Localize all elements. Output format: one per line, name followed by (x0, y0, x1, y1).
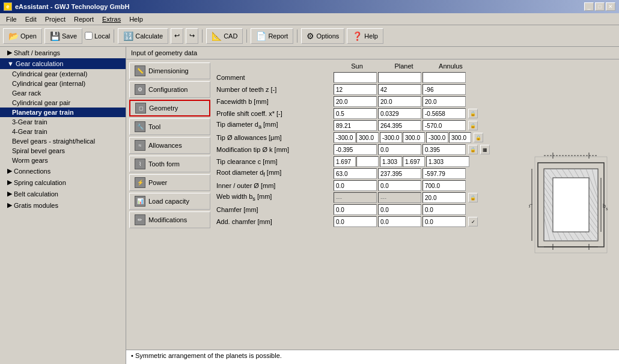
geometry-button[interactable]: ◻ Geometry (129, 100, 210, 117)
nav-bevel-gears[interactable]: Bevel gears - straight/helical (0, 136, 126, 146)
minimize-button[interactable]: _ (584, 2, 594, 11)
row-add-chamfer: Add. chamfer [mm] ✓ (216, 216, 520, 227)
input-ach-annulus[interactable] (422, 216, 466, 227)
mod-tip-icon2[interactable]: ▦ (480, 145, 490, 154)
web-width-icon[interactable]: 🔒 (468, 193, 478, 202)
input-fw-planet[interactable] (378, 96, 421, 107)
input-rd-annulus[interactable] (422, 168, 466, 179)
nav-header-shaft[interactable]: ▶ Shaft / bearings (0, 47, 126, 58)
profile-shift-info-icon[interactable]: 🔒 (468, 109, 478, 118)
tip-diameter-lock-icon[interactable]: 🔒 (468, 121, 478, 130)
input-ch-sun[interactable] (334, 204, 377, 215)
input-mtk-annulus[interactable] (422, 144, 466, 155)
input-rd-planet[interactable] (378, 168, 421, 179)
nav-cylindrical-external[interactable]: Cylindrical gear (external) (0, 69, 126, 79)
input-tc-planet-b[interactable] (403, 156, 425, 167)
menu-report[interactable]: Report (70, 14, 97, 24)
dimensioning-button[interactable]: 📏 Dimensioning (129, 62, 210, 79)
cad-button[interactable]: 📐 CAD (206, 28, 243, 44)
input-teeth-sun[interactable] (334, 84, 377, 95)
modifications-button[interactable]: ✏ Modifications (129, 211, 210, 228)
open-button[interactable]: 📂 Open (3, 28, 42, 44)
nav-spiral-bevel[interactable]: Spiral bevel gears (0, 146, 126, 156)
nav-cylindrical-pair[interactable]: Cylindrical gear pair (0, 98, 126, 108)
menu-extras[interactable]: Extras (99, 14, 124, 24)
input-comment-annulus[interactable] (422, 72, 466, 83)
local-checkbox[interactable] (85, 32, 93, 40)
input-mtk-sun[interactable] (334, 144, 377, 155)
save-button[interactable]: 💾 Save (44, 28, 82, 44)
mod-tip-icon1[interactable]: 🔒 (468, 145, 478, 154)
redo-button[interactable]: ↪ (186, 28, 198, 44)
nav-cylindrical-internal[interactable]: Cylindrical gear (internal) (0, 79, 126, 88)
input-tc-sun-b[interactable] (356, 156, 379, 167)
input-tc-planet-a[interactable] (380, 156, 402, 167)
tip-allowances-icon[interactable]: 🔒 (474, 133, 483, 142)
nav-header-belt[interactable]: ▶ Belt calculation (0, 188, 126, 199)
nav-3gear-train[interactable]: 3-Gear train (0, 117, 126, 127)
input-teeth-annulus[interactable] (422, 84, 466, 95)
input-teeth-planet[interactable] (378, 84, 421, 95)
data-area: Sun Planet Annulus Comment (213, 59, 523, 350)
input-ta-planet-b[interactable] (403, 132, 425, 143)
nav-header-gratis[interactable]: ▶ Gratis modules (0, 199, 126, 211)
input-ch-planet[interactable] (378, 204, 421, 215)
nav-header-spring[interactable]: ▶ Spring calculation (0, 177, 126, 188)
menu-edit[interactable]: Edit (22, 14, 40, 24)
nav-worm-gears[interactable]: Worm gears (0, 156, 126, 165)
panel-header: Input of geometry data (126, 47, 619, 59)
sep2 (202, 29, 203, 43)
input-fw-annulus[interactable] (422, 96, 466, 107)
input-ta-planet-a[interactable] (380, 132, 402, 143)
close-button[interactable]: ✕ (606, 2, 615, 11)
input-td-sun[interactable] (334, 120, 377, 131)
maximize-button[interactable]: □ (595, 2, 605, 11)
input-td-annulus[interactable] (422, 120, 466, 131)
input-io-planet[interactable] (378, 180, 421, 191)
input-comment-sun[interactable] (334, 72, 377, 83)
add-chamfer-icon[interactable]: ✓ (468, 217, 478, 226)
input-ww-annulus[interactable] (422, 192, 466, 203)
input-td-planet[interactable] (378, 120, 421, 131)
nav-gear-rack[interactable]: Gear rack (0, 88, 126, 98)
input-io-annulus[interactable] (422, 180, 466, 191)
load-capacity-button[interactable]: 📊 Load capacity (129, 193, 210, 210)
report-button[interactable]: 📄 Report (251, 28, 293, 44)
help-button[interactable]: ❓ Help (347, 28, 383, 44)
nav-header-connections[interactable]: ▶ Connections (0, 165, 126, 177)
input-tc-sun-a[interactable] (334, 156, 356, 167)
input-ps-annulus[interactable] (422, 108, 466, 119)
input-ps-planet[interactable] (378, 108, 421, 119)
input-ta-annulus-b[interactable] (449, 132, 471, 143)
power-button[interactable]: ⚡ Power (129, 174, 210, 191)
input-rd-sun[interactable] (334, 168, 377, 179)
input-mtk-planet[interactable] (378, 144, 421, 155)
input-io-sun[interactable] (334, 180, 377, 191)
input-ach-sun[interactable] (334, 216, 377, 227)
input-comment-planet[interactable] (378, 72, 421, 83)
toolbar: 📂 Open 💾 Save Local 🔢 Calculate ↩ ↪ 📐 CA… (0, 25, 619, 47)
tooth-form-button[interactable]: ⌇ Tooth form (129, 156, 210, 172)
undo-button[interactable]: ↩ (171, 28, 183, 44)
menu-help[interactable]: Help (126, 14, 147, 24)
input-ps-sun[interactable] (334, 108, 377, 119)
options-button[interactable]: ⚙ Options (301, 28, 344, 44)
nav-header-gear[interactable]: ▼ Gear calculation (0, 58, 126, 69)
input-ta-sun-b[interactable] (356, 132, 379, 143)
tool-button[interactable]: 🔧 Tool (129, 118, 210, 135)
window-controls[interactable]: _ □ ✕ (584, 2, 615, 11)
input-ach-planet[interactable] (378, 216, 421, 227)
input-tc-annulus[interactable] (426, 156, 469, 167)
configuration-button[interactable]: ⚙ Configuration (129, 81, 210, 98)
nav-4gear-train[interactable]: 4-Gear train (0, 127, 126, 136)
row-facewidth: Facewidth b [mm] (216, 96, 520, 107)
input-fw-sun[interactable] (334, 96, 377, 107)
calculate-button[interactable]: 🔢 Calculate (118, 28, 168, 44)
input-ta-sun-a[interactable] (334, 132, 356, 143)
allowances-button[interactable]: ≈ Allowances (129, 137, 210, 154)
input-ta-annulus-a[interactable] (426, 132, 448, 143)
menu-project[interactable]: Project (41, 14, 69, 24)
input-ch-annulus[interactable] (422, 204, 466, 215)
menu-file[interactable]: File (2, 14, 20, 24)
nav-planetary-gear[interactable]: Planetary gear train (0, 108, 126, 117)
